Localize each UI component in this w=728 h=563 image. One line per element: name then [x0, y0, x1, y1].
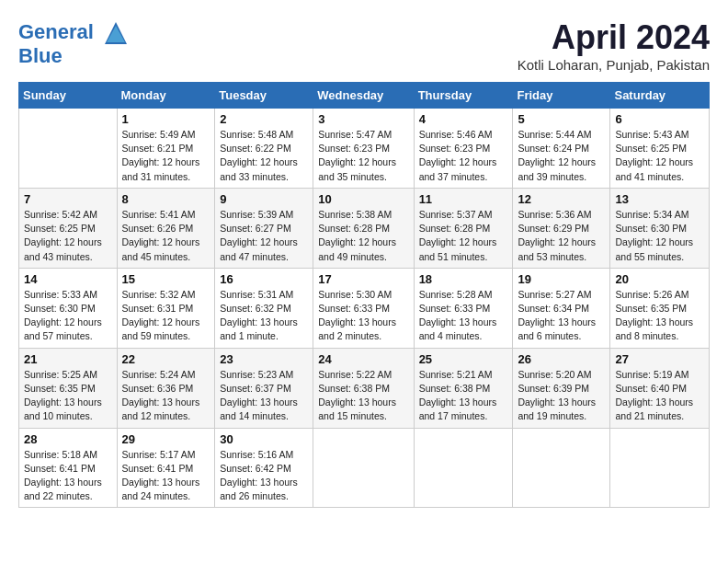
day-info: Sunrise: 5:48 AMSunset: 6:22 PMDaylight:…	[220, 128, 308, 184]
day-info: Sunrise: 5:34 AMSunset: 6:30 PMDaylight:…	[615, 208, 704, 264]
calendar-cell: 1Sunrise: 5:49 AMSunset: 6:21 PMDaylight…	[117, 109, 215, 189]
day-info: Sunrise: 5:18 AMSunset: 6:41 PMDaylight:…	[24, 448, 112, 504]
calendar-week-row: 7Sunrise: 5:42 AMSunset: 6:25 PMDaylight…	[19, 188, 710, 268]
calendar-cell	[19, 109, 118, 189]
day-info: Sunrise: 5:27 AMSunset: 6:34 PMDaylight:…	[518, 288, 605, 344]
day-info: Sunrise: 5:24 AMSunset: 6:36 PMDaylight:…	[122, 368, 210, 424]
day-number: 28	[24, 432, 112, 446]
day-info: Sunrise: 5:25 AMSunset: 6:35 PMDaylight:…	[24, 368, 112, 424]
calendar-cell: 21Sunrise: 5:25 AMSunset: 6:35 PMDayligh…	[19, 348, 118, 428]
calendar-cell: 18Sunrise: 5:28 AMSunset: 6:33 PMDayligh…	[414, 268, 513, 348]
day-info: Sunrise: 5:20 AMSunset: 6:39 PMDaylight:…	[518, 368, 605, 424]
location: Kotli Loharan, Punjab, Pakistan	[518, 57, 710, 73]
calendar-cell: 23Sunrise: 5:23 AMSunset: 6:37 PMDayligh…	[215, 348, 313, 428]
day-number: 23	[220, 352, 308, 366]
weekday-header: Tuesday	[215, 83, 313, 109]
day-info: Sunrise: 5:43 AMSunset: 6:25 PMDaylight:…	[615, 128, 704, 184]
svg-marker-1	[107, 26, 125, 42]
day-number: 19	[518, 272, 605, 286]
day-info: Sunrise: 5:21 AMSunset: 6:38 PMDaylight:…	[419, 368, 508, 424]
calendar-cell: 25Sunrise: 5:21 AMSunset: 6:38 PMDayligh…	[414, 348, 513, 428]
calendar-cell: 16Sunrise: 5:31 AMSunset: 6:32 PMDayligh…	[215, 268, 313, 348]
calendar-cell: 29Sunrise: 5:17 AMSunset: 6:41 PMDayligh…	[117, 428, 215, 508]
calendar-cell: 13Sunrise: 5:34 AMSunset: 6:30 PMDayligh…	[610, 188, 710, 268]
day-number: 29	[122, 432, 210, 446]
day-number: 8	[122, 192, 210, 206]
calendar-cell: 26Sunrise: 5:20 AMSunset: 6:39 PMDayligh…	[513, 348, 610, 428]
day-info: Sunrise: 5:33 AMSunset: 6:30 PMDaylight:…	[24, 288, 112, 344]
weekday-header: Wednesday	[313, 83, 414, 109]
day-number: 10	[318, 192, 408, 206]
header-row: SundayMondayTuesdayWednesdayThursdayFrid…	[19, 83, 710, 109]
calendar-cell: 12Sunrise: 5:36 AMSunset: 6:29 PMDayligh…	[513, 188, 610, 268]
day-number: 27	[615, 352, 704, 366]
calendar-week-row: 14Sunrise: 5:33 AMSunset: 6:30 PMDayligh…	[19, 268, 710, 348]
day-info: Sunrise: 5:39 AMSunset: 6:27 PMDaylight:…	[220, 208, 308, 264]
month-title: April 2024	[518, 18, 710, 57]
day-info: Sunrise: 5:30 AMSunset: 6:33 PMDaylight:…	[318, 288, 408, 344]
calendar-cell	[513, 428, 610, 508]
day-info: Sunrise: 5:28 AMSunset: 6:33 PMDaylight:…	[419, 288, 508, 344]
day-number: 12	[518, 192, 605, 206]
calendar-cell: 6Sunrise: 5:43 AMSunset: 6:25 PMDaylight…	[610, 109, 710, 189]
weekday-header: Monday	[117, 83, 215, 109]
weekday-header: Friday	[513, 83, 610, 109]
day-number: 17	[318, 272, 408, 286]
calendar-cell: 15Sunrise: 5:32 AMSunset: 6:31 PMDayligh…	[117, 268, 215, 348]
day-info: Sunrise: 5:49 AMSunset: 6:21 PMDaylight:…	[122, 128, 210, 184]
calendar-week-row: 1Sunrise: 5:49 AMSunset: 6:21 PMDaylight…	[19, 109, 710, 189]
day-info: Sunrise: 5:19 AMSunset: 6:40 PMDaylight:…	[615, 368, 704, 424]
calendar-cell: 28Sunrise: 5:18 AMSunset: 6:41 PMDayligh…	[19, 428, 118, 508]
calendar-cell: 14Sunrise: 5:33 AMSunset: 6:30 PMDayligh…	[19, 268, 118, 348]
weekday-header: Saturday	[610, 83, 710, 109]
day-info: Sunrise: 5:23 AMSunset: 6:37 PMDaylight:…	[220, 368, 308, 424]
day-info: Sunrise: 5:44 AMSunset: 6:24 PMDaylight:…	[518, 128, 605, 184]
calendar-cell	[610, 428, 710, 508]
calendar-cell: 2Sunrise: 5:48 AMSunset: 6:22 PMDaylight…	[215, 109, 313, 189]
day-number: 5	[518, 112, 605, 126]
day-number: 3	[318, 112, 408, 126]
weekday-header: Thursday	[414, 83, 513, 109]
day-info: Sunrise: 5:41 AMSunset: 6:26 PMDaylight:…	[122, 208, 210, 264]
day-number: 25	[419, 352, 508, 366]
day-info: Sunrise: 5:22 AMSunset: 6:38 PMDaylight:…	[318, 368, 408, 424]
day-number: 21	[24, 352, 112, 366]
calendar-cell: 11Sunrise: 5:37 AMSunset: 6:28 PMDayligh…	[414, 188, 513, 268]
calendar-table: SundayMondayTuesdayWednesdayThursdayFrid…	[18, 82, 710, 508]
calendar-cell: 3Sunrise: 5:47 AMSunset: 6:23 PMDaylight…	[313, 109, 414, 189]
day-number: 18	[419, 272, 508, 286]
calendar-cell: 20Sunrise: 5:26 AMSunset: 6:35 PMDayligh…	[610, 268, 710, 348]
day-info: Sunrise: 5:36 AMSunset: 6:29 PMDaylight:…	[518, 208, 605, 264]
calendar-cell: 5Sunrise: 5:44 AMSunset: 6:24 PMDaylight…	[513, 109, 610, 189]
day-number: 24	[318, 352, 408, 366]
calendar-cell: 7Sunrise: 5:42 AMSunset: 6:25 PMDaylight…	[19, 188, 118, 268]
day-number: 9	[220, 192, 308, 206]
day-number: 15	[122, 272, 210, 286]
weekday-header: Sunday	[19, 83, 118, 109]
day-info: Sunrise: 5:37 AMSunset: 6:28 PMDaylight:…	[419, 208, 508, 264]
calendar-cell: 24Sunrise: 5:22 AMSunset: 6:38 PMDayligh…	[313, 348, 414, 428]
calendar-cell: 9Sunrise: 5:39 AMSunset: 6:27 PMDaylight…	[215, 188, 313, 268]
day-number: 2	[220, 112, 308, 126]
day-info: Sunrise: 5:31 AMSunset: 6:32 PMDaylight:…	[220, 288, 308, 344]
calendar-cell: 30Sunrise: 5:16 AMSunset: 6:42 PMDayligh…	[215, 428, 313, 508]
day-info: Sunrise: 5:42 AMSunset: 6:25 PMDaylight:…	[24, 208, 112, 264]
calendar-cell: 19Sunrise: 5:27 AMSunset: 6:34 PMDayligh…	[513, 268, 610, 348]
calendar-cell: 10Sunrise: 5:38 AMSunset: 6:28 PMDayligh…	[313, 188, 414, 268]
day-number: 1	[122, 112, 210, 126]
day-number: 13	[615, 192, 704, 206]
calendar-cell	[313, 428, 414, 508]
day-number: 7	[24, 192, 112, 206]
page-header: General Blue April 2024 Kotli Loharan, P…	[18, 18, 710, 73]
calendar-week-row: 28Sunrise: 5:18 AMSunset: 6:41 PMDayligh…	[19, 428, 710, 508]
day-number: 4	[419, 112, 508, 126]
day-info: Sunrise: 5:32 AMSunset: 6:31 PMDaylight:…	[122, 288, 210, 344]
calendar-cell: 8Sunrise: 5:41 AMSunset: 6:26 PMDaylight…	[117, 188, 215, 268]
day-number: 30	[220, 432, 308, 446]
day-number: 22	[122, 352, 210, 366]
calendar-cell: 22Sunrise: 5:24 AMSunset: 6:36 PMDayligh…	[117, 348, 215, 428]
calendar-cell: 4Sunrise: 5:46 AMSunset: 6:23 PMDaylight…	[414, 109, 513, 189]
day-number: 16	[220, 272, 308, 286]
day-info: Sunrise: 5:46 AMSunset: 6:23 PMDaylight:…	[419, 128, 508, 184]
day-info: Sunrise: 5:38 AMSunset: 6:28 PMDaylight:…	[318, 208, 408, 264]
